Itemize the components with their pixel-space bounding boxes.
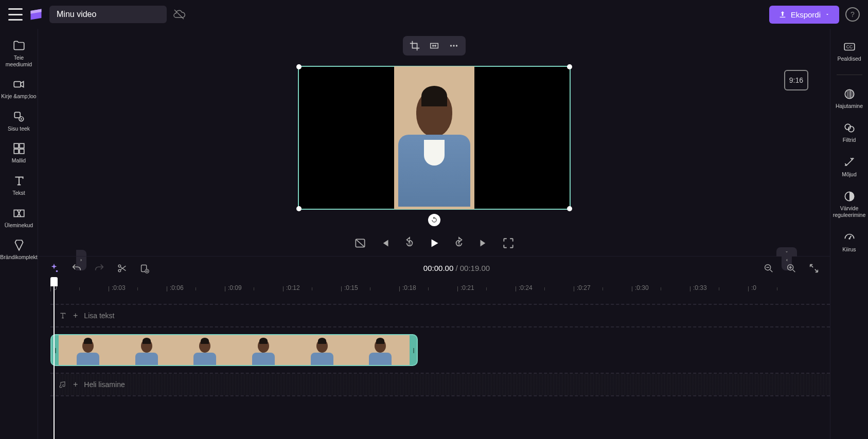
sidebar-item-brandkit[interactable]: Brändikomplekt (0, 234, 38, 265)
export-button-label: Ekspordi (791, 10, 821, 19)
timeline-ruler[interactable]: 0 :0:03 :0:06 :0:09 :0:12 :0:15 :0:18 :0… (50, 280, 830, 296)
playback-controls: 5 5 (38, 227, 830, 256)
redo-button[interactable] (94, 263, 105, 274)
zoom-out-button[interactable] (763, 263, 774, 274)
audio-track[interactable]: + Heli lisamine (50, 373, 830, 396)
zoom-out-icon (763, 263, 774, 274)
svg-rect-2 (14, 112, 20, 118)
ai-button[interactable] (48, 263, 60, 274)
aspect-ratio-button[interactable]: 9:16 (784, 70, 808, 90)
sidebar-item-label: Hajutamine (836, 103, 863, 109)
sidebar-item-label: Kiirus (842, 246, 856, 253)
sidebar-item-label: Filtrid (843, 137, 856, 143)
camera-icon (12, 78, 26, 91)
more-button[interactable] (448, 40, 459, 51)
fullscreen-button[interactable] (502, 236, 515, 250)
skip-previous-icon (378, 236, 392, 250)
filters-icon (843, 121, 856, 135)
brandkit-icon (12, 239, 26, 252)
skip-end-button[interactable] (477, 236, 490, 250)
sidebar-item-record[interactable]: Kirje &amp;loo (0, 74, 38, 104)
sidebar-item-filters[interactable]: Filtrid (830, 117, 868, 148)
contrast-icon (843, 190, 856, 203)
current-time: 00:00.00 (423, 264, 453, 272)
sidebar-item-media[interactable]: Teie meediumid (0, 35, 38, 71)
ruler-mark: :0:33 (690, 284, 748, 291)
sidebar-item-label: Värvide reguleerimine (831, 205, 867, 218)
copy-button[interactable] (139, 263, 150, 274)
sidebar-item-text[interactable]: Tekst (0, 170, 38, 200)
sidebar-item-fade[interactable]: Hajutamine (830, 83, 868, 114)
clip-handle-left[interactable]: || (51, 335, 59, 365)
fade-icon (843, 87, 856, 101)
undo-button[interactable] (71, 263, 82, 274)
plus-icon: + (73, 380, 78, 389)
timeline-collapse-button[interactable] (776, 247, 797, 257)
timeline-toolbar: 00:00.00 / 00:19.00 (38, 257, 830, 280)
image-off-icon (353, 236, 367, 250)
menu-button[interactable] (8, 8, 23, 21)
rewind-5-button[interactable]: 5 (403, 236, 416, 250)
ruler-mark: :0:12 (283, 284, 341, 291)
resize-handle-bottom-left[interactable] (296, 206, 302, 211)
chevron-down-icon (784, 249, 790, 254)
svg-rect-4 (14, 144, 19, 149)
resize-handle-top-right[interactable] (567, 64, 572, 69)
svg-text:5: 5 (408, 241, 411, 246)
sidebar-item-effects[interactable]: Mõjud (830, 152, 868, 182)
export-button[interactable]: Ekspordi (769, 6, 839, 24)
sidebar-item-captions[interactable]: CC Pealdised (830, 36, 868, 66)
resize-handle-bottom-right[interactable] (567, 206, 572, 211)
cloud-sync-off-icon[interactable] (173, 8, 185, 21)
sidebar-item-library[interactable]: Sisu teek (0, 106, 38, 136)
sidebar-item-transitions[interactable]: Üleminekud (0, 203, 38, 233)
skip-start-button[interactable] (378, 236, 392, 250)
sidebar-item-templates[interactable]: Mallid (0, 138, 38, 168)
ruler-mark: :0:15 (341, 284, 399, 291)
total-time: 00:19.00 (460, 264, 490, 272)
captions-icon: CC (843, 40, 856, 53)
project-title-input[interactable] (49, 6, 167, 23)
text-track[interactable]: + Lisa tekst (50, 304, 830, 327)
forward-5-button[interactable]: 5 (452, 236, 466, 250)
video-canvas[interactable] (298, 66, 571, 210)
preview-quality-button[interactable] (353, 236, 367, 250)
svg-rect-1 (14, 82, 21, 87)
sidebar-item-speed[interactable]: Kiirus (830, 227, 868, 257)
text-icon (12, 174, 26, 188)
video-clip[interactable]: || || (50, 334, 418, 366)
sidebar-item-label: Üleminekud (5, 222, 33, 229)
svg-rect-6 (14, 149, 19, 154)
sidebar-item-label: Sisu teek (8, 125, 30, 132)
ruler-mark: :0:09 (225, 284, 283, 291)
sparkle-icon (48, 263, 60, 274)
preview-toolbar (403, 36, 466, 56)
plus-icon: + (73, 311, 78, 320)
help-button[interactable]: ? (845, 7, 860, 22)
right-sidebar: CC Pealdised Hajutamine Filtrid Mõjud Vä… (830, 29, 868, 439)
fit-timeline-button[interactable] (808, 263, 820, 274)
collapse-icon (808, 263, 820, 274)
svg-line-14 (356, 239, 364, 247)
svg-text:CC: CC (846, 44, 853, 49)
clip-handle-right[interactable]: || (410, 335, 417, 365)
svg-point-19 (118, 269, 121, 272)
fullscreen-icon (502, 236, 515, 250)
rotate-handle[interactable] (428, 214, 440, 226)
resize-handle-top-left[interactable] (296, 64, 302, 69)
ruler-mark: :0:18 (399, 284, 457, 291)
waveform-background (50, 374, 830, 395)
divider (837, 75, 862, 75)
more-icon (448, 40, 459, 51)
text-track-label: Lisa tekst (84, 312, 114, 320)
text-icon (59, 312, 67, 320)
sidebar-item-color-adjust[interactable]: Värvide reguleerimine (830, 186, 868, 222)
crop-button[interactable] (409, 40, 420, 51)
fit-button[interactable] (429, 40, 440, 51)
zoom-in-button[interactable] (786, 263, 797, 274)
sidebar-item-label: Tekst (12, 190, 25, 196)
playhead[interactable] (50, 277, 58, 286)
play-button[interactable] (428, 236, 441, 250)
split-button[interactable] (116, 263, 128, 274)
play-icon (428, 236, 441, 250)
